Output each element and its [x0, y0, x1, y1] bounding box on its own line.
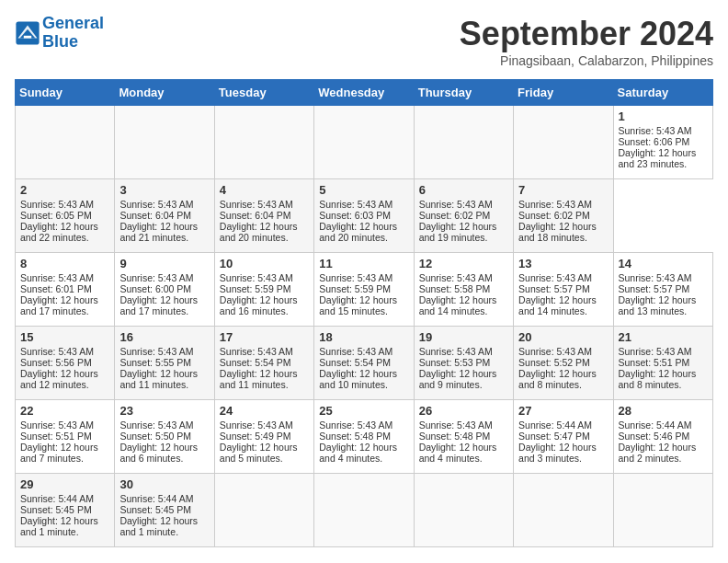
day-number: 15	[20, 330, 109, 344]
calendar-header-row: SundayMondayTuesdayWednesdayThursdayFrid…	[16, 80, 713, 106]
day-number: 11	[319, 257, 408, 270]
calendar-day-cell: 25Sunrise: 5:43 AMSunset: 5:48 PMDayligh…	[314, 400, 414, 474]
calendar-day-cell	[613, 474, 712, 547]
empty-cell	[214, 106, 313, 179]
day-header-friday: Friday	[514, 80, 613, 106]
calendar-day-cell: 27Sunrise: 5:44 AMSunset: 5:47 PMDayligh…	[514, 400, 613, 474]
svg-rect-3	[24, 36, 31, 39]
empty-cell	[115, 106, 214, 179]
day-header-monday: Monday	[115, 80, 214, 106]
calendar-day-cell: 12Sunrise: 5:43 AMSunset: 5:58 PMDayligh…	[414, 253, 513, 327]
calendar-day-cell	[414, 474, 513, 547]
day-number: 30	[119, 477, 209, 491]
day-number: 18	[319, 330, 408, 344]
logo: General Blue	[15, 15, 104, 52]
day-number: 22	[20, 404, 109, 418]
calendar-day-cell: 14Sunrise: 5:43 AMSunset: 5:57 PMDayligh…	[613, 253, 712, 327]
logo-icon	[15, 20, 40, 46]
page-header: General Blue September 2024 Pinagsibaan,…	[15, 15, 713, 68]
calendar-day-cell: 17Sunrise: 5:43 AMSunset: 5:54 PMDayligh…	[214, 327, 313, 400]
calendar-day-cell: 23Sunrise: 5:43 AMSunset: 5:50 PMDayligh…	[115, 400, 214, 474]
calendar-day-cell	[514, 474, 613, 547]
calendar-week-row: 2Sunrise: 5:43 AMSunset: 6:05 PMDaylight…	[16, 179, 713, 253]
calendar-day-cell: 5Sunrise: 5:43 AMSunset: 6:03 PMDaylight…	[314, 179, 414, 253]
day-header-wednesday: Wednesday	[314, 80, 414, 106]
calendar-day-cell: 28Sunrise: 5:44 AMSunset: 5:46 PMDayligh…	[613, 400, 712, 474]
calendar-day-cell: 29Sunrise: 5:44 AMSunset: 5:45 PMDayligh…	[16, 474, 115, 547]
calendar-day-cell: 2Sunrise: 5:43 AMSunset: 6:05 PMDaylight…	[16, 179, 115, 253]
day-number: 23	[119, 404, 209, 418]
day-number: 29	[20, 477, 109, 491]
day-number: 17	[220, 330, 309, 344]
day-number: 5	[319, 183, 408, 197]
empty-cell	[16, 106, 115, 179]
day-number: 13	[518, 257, 608, 270]
calendar-day-cell: 7Sunrise: 5:43 AMSunset: 6:02 PMDaylight…	[514, 179, 613, 253]
calendar-day-cell: 18Sunrise: 5:43 AMSunset: 5:54 PMDayligh…	[314, 327, 414, 400]
calendar-week-row: 1Sunrise: 5:43 AMSunset: 6:06 PMDaylight…	[16, 106, 713, 179]
calendar-day-cell: 1Sunrise: 5:43 AMSunset: 6:06 PMDaylight…	[613, 106, 712, 179]
calendar-week-row: 22Sunrise: 5:43 AMSunset: 5:51 PMDayligh…	[16, 400, 713, 474]
calendar-day-cell	[214, 474, 313, 547]
day-number: 21	[619, 330, 708, 344]
calendar-day-cell: 10Sunrise: 5:43 AMSunset: 5:59 PMDayligh…	[214, 253, 313, 327]
day-number: 24	[220, 404, 309, 418]
calendar-week-row: 15Sunrise: 5:43 AMSunset: 5:56 PMDayligh…	[16, 327, 713, 400]
logo-line2: Blue	[42, 33, 104, 52]
logo-line1: General	[42, 14, 104, 32]
title-area: September 2024 Pinagsibaan, Calabarzon, …	[460, 15, 713, 68]
calendar-day-cell: 26Sunrise: 5:43 AMSunset: 5:48 PMDayligh…	[414, 400, 513, 474]
day-number: 6	[419, 183, 508, 197]
day-number: 27	[518, 404, 608, 418]
calendar-day-cell: 30Sunrise: 5:44 AMSunset: 5:45 PMDayligh…	[115, 474, 214, 547]
calendar-day-cell: 3Sunrise: 5:43 AMSunset: 6:04 PMDaylight…	[115, 179, 214, 253]
day-number: 12	[419, 257, 508, 270]
day-number: 2	[20, 183, 109, 197]
day-number: 4	[220, 183, 309, 197]
day-number: 20	[518, 330, 608, 344]
calendar-day-cell: 13Sunrise: 5:43 AMSunset: 5:57 PMDayligh…	[514, 253, 613, 327]
day-number: 16	[119, 330, 209, 344]
empty-cell	[514, 106, 613, 179]
day-number: 14	[619, 257, 708, 270]
logo-text: General Blue	[42, 15, 104, 52]
calendar-day-cell	[314, 474, 414, 547]
calendar-day-cell: 20Sunrise: 5:43 AMSunset: 5:52 PMDayligh…	[514, 327, 613, 400]
calendar-week-row: 29Sunrise: 5:44 AMSunset: 5:45 PMDayligh…	[16, 474, 713, 547]
day-header-tuesday: Tuesday	[214, 80, 313, 106]
day-number: 7	[518, 183, 608, 197]
calendar-day-cell: 24Sunrise: 5:43 AMSunset: 5:49 PMDayligh…	[214, 400, 313, 474]
calendar-day-cell: 15Sunrise: 5:43 AMSunset: 5:56 PMDayligh…	[16, 327, 115, 400]
day-header-thursday: Thursday	[414, 80, 513, 106]
month-title: September 2024	[460, 15, 713, 53]
calendar-day-cell: 22Sunrise: 5:43 AMSunset: 5:51 PMDayligh…	[16, 400, 115, 474]
calendar-day-cell: 4Sunrise: 5:43 AMSunset: 6:04 PMDaylight…	[214, 179, 313, 253]
calendar-table: SundayMondayTuesdayWednesdayThursdayFrid…	[15, 79, 713, 547]
day-number: 19	[419, 330, 508, 344]
calendar-week-row: 8Sunrise: 5:43 AMSunset: 6:01 PMDaylight…	[16, 253, 713, 327]
day-number: 25	[319, 404, 408, 418]
calendar-day-cell: 9Sunrise: 5:43 AMSunset: 6:00 PMDaylight…	[115, 253, 214, 327]
day-number: 9	[119, 257, 209, 270]
calendar-day-cell: 11Sunrise: 5:43 AMSunset: 5:59 PMDayligh…	[314, 253, 414, 327]
calendar-day-cell: 6Sunrise: 5:43 AMSunset: 6:02 PMDaylight…	[414, 179, 513, 253]
day-header-sunday: Sunday	[16, 80, 115, 106]
day-number: 28	[619, 404, 708, 418]
calendar-body: 1Sunrise: 5:43 AMSunset: 6:06 PMDaylight…	[16, 106, 713, 547]
location: Pinagsibaan, Calabarzon, Philippines	[460, 53, 713, 68]
day-number: 1	[619, 109, 708, 123]
day-header-saturday: Saturday	[613, 80, 712, 106]
day-number: 3	[119, 183, 209, 197]
calendar-day-cell: 21Sunrise: 5:43 AMSunset: 5:51 PMDayligh…	[613, 327, 712, 400]
day-number: 10	[220, 257, 309, 270]
calendar-day-cell: 8Sunrise: 5:43 AMSunset: 6:01 PMDaylight…	[16, 253, 115, 327]
calendar-day-cell: 19Sunrise: 5:43 AMSunset: 5:53 PMDayligh…	[414, 327, 513, 400]
day-number: 26	[419, 404, 508, 418]
empty-cell	[414, 106, 513, 179]
empty-cell	[314, 106, 414, 179]
calendar-day-cell: 16Sunrise: 5:43 AMSunset: 5:55 PMDayligh…	[115, 327, 214, 400]
day-number: 8	[20, 257, 109, 270]
